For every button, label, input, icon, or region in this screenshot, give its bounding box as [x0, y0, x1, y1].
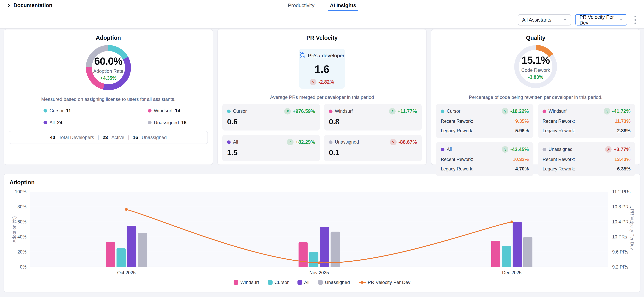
svg-text:10.8 PRs: 10.8 PRs: [612, 204, 631, 210]
unassigned-velocity-tile: Unassigned ↘-86.67% 0.1: [324, 135, 422, 161]
legend-all[interactable]: All: [298, 280, 310, 285]
pr-velocity-tiles: Cursor ↗+976.59% 0.6 Windsurf ↗+11.77% 0…: [222, 104, 422, 161]
svg-text:11.2 PRs: 11.2 PRs: [612, 189, 630, 194]
svg-text:9.2 PRs: 9.2 PRs: [612, 264, 628, 270]
svg-text:0%: 0%: [20, 264, 26, 270]
legend-pr-velocity-line[interactable]: PR Velocity Per Dev: [358, 280, 410, 285]
code-rework-trend: -3.83%: [528, 74, 543, 80]
legend-windsurf[interactable]: Windsurf: [234, 280, 259, 285]
git-pull-request-icon: [300, 52, 306, 59]
svg-text:PR Velocity Per Dev: PR Velocity Per Dev: [630, 209, 635, 250]
developer-stats-bar: 40Total Developers | 23Active | 16Unassi…: [9, 131, 208, 144]
adoption-card-title: Adoption: [4, 30, 212, 41]
chevron-down-icon: [619, 17, 624, 23]
all-velocity-tile: All ↗+82.29% 1.5: [222, 135, 320, 161]
unassigned-dot: [542, 148, 546, 151]
pr-velocity-caption: Average PRs merged per developer in this…: [218, 94, 426, 100]
active-tab-indicator: [328, 10, 358, 11]
quality-tiles: Cursor ↘-18.22% Recent Rework:9.35% Lega…: [436, 104, 635, 176]
bar-all-0: [127, 226, 136, 267]
pr-velocity-card: PR Velocity PRs / developer: [217, 29, 427, 165]
cursor-dot: [227, 110, 230, 113]
bar-windsurf-1: [299, 242, 308, 267]
chevron-right-icon: [7, 4, 11, 8]
bar-all-2: [513, 222, 522, 267]
quality-card-title: Quality: [432, 30, 640, 41]
svg-text:80%: 80%: [18, 204, 26, 210]
svg-text:Nov 2025: Nov 2025: [309, 270, 329, 275]
adoption-legend: Cursor11 Windsurf14 All24 Unassigned16: [4, 108, 212, 125]
bar-cursor-2: [502, 246, 511, 267]
kpi-value: 1.6: [314, 63, 329, 75]
bar-unassigned-2: [523, 237, 532, 267]
cursor-dot: [44, 109, 47, 112]
adoption-caption: Measured based on assigning license to u…: [4, 96, 212, 102]
assistant-filter-select[interactable]: All Assistants: [518, 14, 571, 26]
filters-toolbar: All Assistants PR Velocity Per Dev: [0, 11, 644, 29]
chevron-down-icon: [563, 17, 567, 23]
trend-up-icon: ↗: [287, 139, 294, 145]
adoption-rate-value: 60.0%: [94, 55, 122, 67]
prs-per-developer-kpi: PRs / developer 1.6 ↘ -2.82%: [299, 49, 345, 88]
cursor-velocity-tile: Cursor ↗+976.59% 0.6: [222, 104, 320, 130]
kpi-label: PRs / developer: [308, 52, 344, 59]
adoption-rate-label: Adoption Rate: [93, 68, 124, 74]
svg-text:20%: 20%: [18, 249, 26, 254]
adoption-trend-card: Adoption 100%11.2 PRs80%10.8 PRs60%10.4 …: [4, 174, 640, 292]
svg-text:40%: 40%: [18, 234, 26, 240]
legend-cursor[interactable]: Cursor: [268, 280, 289, 285]
adoption-card: Adoption 60.0% Adoption Rate +4.35% Meas…: [4, 29, 213, 165]
all-dot: [44, 121, 47, 124]
code-rework-label: Code Rework: [521, 68, 550, 73]
all-dot: [227, 140, 230, 144]
adoption-donut-chart[interactable]: 60.0% Adoption Rate +4.35%: [85, 44, 132, 92]
svg-text:9.6 PRs: 9.6 PRs: [612, 249, 628, 254]
trend-down-icon: ↘: [502, 146, 508, 153]
cursor-dot: [441, 110, 444, 113]
svg-text:Adoption (%): Adoption (%): [12, 216, 17, 242]
trend-up-icon: ↗: [389, 108, 396, 114]
documentation-breadcrumb[interactable]: Documentation: [7, 2, 52, 8]
svg-text:Dec 2025: Dec 2025: [502, 270, 522, 275]
windsurf-dot: [329, 110, 332, 113]
ai-insights-dashboard: Documentation Productivity AI Insights A…: [0, 0, 644, 297]
more-options-button[interactable]: [631, 14, 639, 26]
adoption-rate-trend: +4.35%: [100, 75, 116, 81]
quality-donut-chart[interactable]: 15.1% Code Rework -3.83%: [513, 44, 558, 90]
trend-down-icon: ↘: [604, 108, 610, 114]
windsurf-dot: [148, 109, 152, 112]
bar-all-1: [320, 227, 329, 267]
legend-item: Windsurf14: [148, 108, 180, 114]
svg-text:60%: 60%: [18, 219, 26, 224]
page-title: Documentation: [14, 2, 52, 8]
trend-up-icon: ↗: [284, 108, 291, 114]
all-quality-tile: All ↘-43.45% Recent Rework:10.32% Legacy…: [436, 142, 534, 176]
line-point-1: [318, 262, 320, 264]
svg-text:Oct 2025: Oct 2025: [117, 270, 136, 275]
tab-productivity[interactable]: Productivity: [286, 0, 316, 11]
windsurf-velocity-tile: Windsurf ↗+11.77% 0.8: [324, 104, 422, 130]
dashboard-content: Adoption 60.0% Adoption Rate +4.35% Meas…: [0, 29, 644, 297]
trend-down-icon: ↘: [390, 139, 396, 145]
bar-windsurf-0: [106, 242, 115, 267]
tab-ai-insights[interactable]: AI Insights: [329, 0, 358, 11]
tab-bar: Productivity AI Insights: [286, 0, 357, 11]
unassigned-quality-tile: Unassigned ↗+3.77% Recent Rework:13.43% …: [538, 142, 635, 176]
adoption-trend-chart[interactable]: 100%11.2 PRs80%10.8 PRs60%10.4 PRs40%10 …: [8, 187, 636, 277]
bar-windsurf-2: [491, 241, 500, 267]
all-dot: [441, 148, 444, 151]
cursor-quality-tile: Cursor ↘-18.22% Recent Rework:9.35% Lega…: [436, 104, 534, 138]
legend-item: Unassigned16: [148, 120, 186, 125]
bar-cursor-1: [309, 252, 318, 267]
legend-unassigned[interactable]: Unassigned: [318, 280, 350, 285]
code-rework-value: 15.1%: [522, 54, 550, 66]
unassigned-dot: [329, 140, 332, 144]
svg-text:10.4 PRs: 10.4 PRs: [612, 219, 631, 224]
quality-caption: Percentage of code being rewritten per d…: [432, 94, 640, 100]
pr-velocity-card-title: PR Velocity: [218, 30, 426, 41]
svg-text:100%: 100%: [15, 189, 26, 194]
metric-filter-select[interactable]: PR Velocity Per Dev: [575, 14, 628, 26]
line-point-2: [510, 220, 513, 223]
quality-card: Quality 15.1% Code Rework -3.83% Percent…: [431, 29, 640, 165]
kpi-trend: ↘ -2.82%: [310, 79, 334, 85]
